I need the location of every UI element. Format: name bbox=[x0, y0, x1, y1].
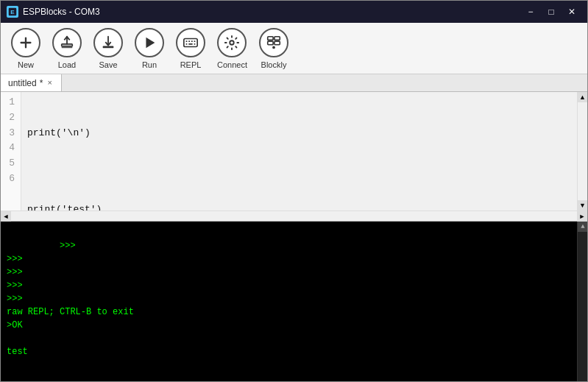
console-prompt-2: >>> bbox=[7, 254, 23, 264]
main-content: untitled * × 1 2 3 4 5 6 print('\n') bbox=[1, 74, 587, 381]
scroll-up-arrow[interactable]: ▲ bbox=[578, 92, 588, 102]
tab-modified: * bbox=[40, 78, 43, 88]
maximize-button[interactable]: □ bbox=[542, 4, 561, 19]
console-prompt-5: >>> bbox=[7, 294, 23, 304]
svg-rect-14 bbox=[194, 40, 196, 42]
svg-rect-20 bbox=[268, 41, 273, 45]
svg-rect-6 bbox=[62, 46, 73, 48]
close-button[interactable]: ✕ bbox=[562, 4, 581, 19]
app-icon: E bbox=[7, 6, 18, 18]
blocks-icon bbox=[266, 35, 282, 51]
svg-point-18 bbox=[230, 40, 235, 45]
editor-tab[interactable]: untitled * × bbox=[1, 74, 62, 91]
svg-rect-12 bbox=[188, 40, 190, 42]
load-label: Load bbox=[58, 60, 76, 69]
console-raw-repl: raw REPL; CTRL-B to exit bbox=[7, 307, 134, 317]
svg-rect-21 bbox=[274, 36, 280, 40]
console-prompt-1: >>> bbox=[60, 241, 76, 251]
esp-logo-icon: E bbox=[7, 7, 18, 17]
tab-close-button[interactable]: × bbox=[46, 79, 53, 87]
console-output[interactable]: >>> >>> >>> >>> >>> raw REPL; CTRL-B to … bbox=[1, 222, 577, 381]
repl-icon-circle bbox=[176, 28, 205, 57]
line-num-5: 5 bbox=[4, 156, 15, 171]
play-icon bbox=[141, 35, 157, 51]
blockly-icon-circle bbox=[259, 28, 288, 57]
new-label: New bbox=[18, 60, 34, 69]
connect-label: Connect bbox=[217, 60, 247, 69]
new-button[interactable]: New bbox=[7, 25, 45, 72]
scroll-down-arrow[interactable]: ▼ bbox=[578, 200, 588, 211]
line-num-1: 1 bbox=[4, 95, 15, 110]
download-icon bbox=[100, 35, 116, 51]
svg-rect-19 bbox=[268, 36, 273, 40]
load-icon-circle bbox=[52, 28, 82, 57]
blockly-label: Blockly bbox=[261, 60, 287, 69]
line-num-6: 6 bbox=[4, 171, 15, 187]
blockly-button[interactable]: Blockly bbox=[255, 25, 293, 72]
repl-button[interactable]: REPL bbox=[171, 25, 210, 72]
console-test-output: test bbox=[7, 347, 28, 357]
console-section: >>> >>> >>> >>> >>> raw REPL; CTRL-B to … bbox=[1, 222, 587, 381]
scroll-right-arrow[interactable]: ► bbox=[577, 211, 587, 222]
save-icon-circle bbox=[93, 28, 123, 57]
editor-section: untitled * × 1 2 3 4 5 6 print('\n') bbox=[1, 74, 587, 222]
title-bar-controls: − □ ✕ bbox=[521, 4, 581, 19]
connect-button[interactable]: Connect bbox=[213, 25, 252, 72]
console-scroll-track[interactable] bbox=[578, 232, 587, 381]
connect-icon-circle bbox=[217, 28, 247, 57]
save-label: Save bbox=[99, 60, 117, 69]
svg-marker-9 bbox=[146, 37, 155, 48]
svg-text:E: E bbox=[10, 9, 15, 15]
toolbar: New Load Save bbox=[1, 23, 587, 74]
app-window: E ESPBlocks - COM3 − □ ✕ New bbox=[0, 0, 588, 382]
svg-rect-17 bbox=[194, 43, 196, 44]
line-num-4: 4 bbox=[4, 141, 15, 156]
console-area: >>> >>> >>> >>> >>> raw REPL; CTRL-B to … bbox=[1, 222, 587, 381]
minimize-button[interactable]: − bbox=[521, 4, 540, 19]
title-bar: E ESPBlocks - COM3 − □ ✕ bbox=[1, 1, 587, 23]
gear-icon bbox=[224, 35, 240, 51]
scroll-left-arrow[interactable]: ◄ bbox=[1, 211, 11, 222]
load-button[interactable]: Load bbox=[48, 25, 86, 72]
run-icon-circle bbox=[135, 28, 164, 57]
code-line-1: print('\n') bbox=[27, 126, 571, 141]
console-prompt-4: >>> bbox=[7, 280, 23, 291]
run-label: Run bbox=[142, 60, 157, 69]
editor-horizontal-scrollbar[interactable]: ◄ ► bbox=[1, 211, 587, 221]
keyboard-icon bbox=[183, 35, 199, 51]
svg-rect-22 bbox=[274, 41, 280, 45]
new-icon-circle bbox=[11, 28, 40, 57]
repl-label: REPL bbox=[180, 60, 202, 69]
tab-bar: untitled * × bbox=[1, 74, 587, 92]
svg-rect-13 bbox=[191, 40, 193, 42]
svg-rect-8 bbox=[103, 46, 114, 48]
code-line-3: print('test') bbox=[27, 202, 571, 211]
console-prompt-3: >>> bbox=[7, 267, 23, 277]
title-bar-left: E ESPBlocks - COM3 bbox=[7, 6, 100, 18]
code-editor[interactable]: print('\n') print('test') print('\n') bbox=[21, 92, 577, 211]
svg-rect-10 bbox=[184, 38, 197, 46]
console-vertical-scrollbar[interactable]: ▲ ▼ bbox=[577, 222, 587, 381]
line-num-2: 2 bbox=[4, 110, 15, 126]
svg-rect-15 bbox=[186, 43, 188, 44]
upload-icon bbox=[59, 35, 75, 51]
editor-main: 1 2 3 4 5 6 print('\n') print('test') pr… bbox=[1, 92, 587, 211]
tab-name: untitled bbox=[8, 78, 37, 88]
line-numbers: 1 2 3 4 5 6 bbox=[1, 92, 21, 211]
svg-point-23 bbox=[272, 46, 275, 49]
save-button[interactable]: Save bbox=[89, 25, 127, 72]
plus-icon bbox=[18, 35, 34, 51]
window-title: ESPBlocks - COM3 bbox=[23, 7, 100, 17]
svg-rect-11 bbox=[186, 40, 188, 42]
console-ok: >OK bbox=[7, 320, 23, 330]
svg-rect-16 bbox=[188, 43, 193, 44]
console-scroll-up[interactable]: ▲ bbox=[578, 222, 587, 232]
line-num-3: 3 bbox=[4, 126, 15, 141]
scroll-track-v[interactable] bbox=[578, 102, 587, 200]
run-button[interactable]: Run bbox=[130, 25, 169, 72]
editor-vertical-scrollbar[interactable]: ▲ ▼ bbox=[577, 92, 587, 211]
